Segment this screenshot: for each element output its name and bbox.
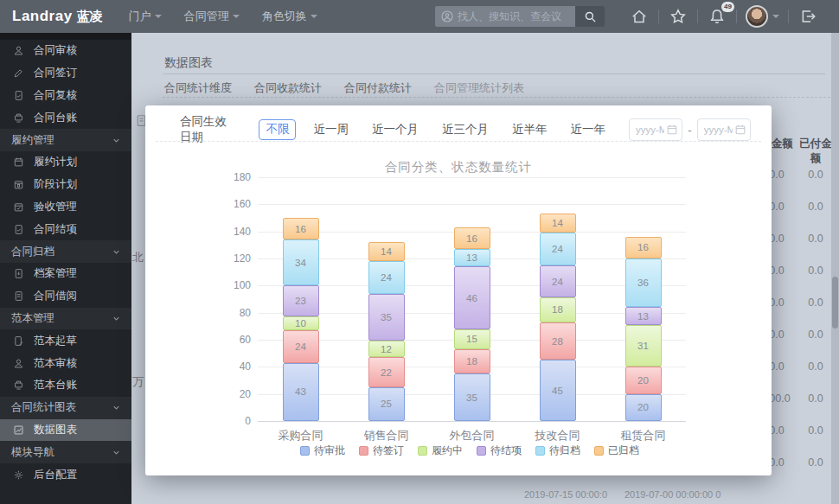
bar-2[interactable]: 161346151835 [454,227,490,421]
start-date-field[interactable] [629,118,682,141]
sidebar-item-label: 数据图表 [34,423,77,437]
filter-option-0[interactable]: 不限 [259,119,296,140]
end-date-field[interactable] [697,118,751,141]
bar-3[interactable]: 142424182845 [540,214,576,421]
legend-item-5[interactable]: 已归档 [594,443,639,458]
nav-item-2[interactable]: 角色切换 [262,9,317,24]
sidebar-item-18[interactable]: 数据图表 [0,419,131,442]
search-input[interactable] [435,6,575,27]
sidebar-item-6[interactable]: 履约计划 [0,151,131,174]
nav-item-1[interactable]: 合同管理 [184,9,240,24]
bar-segment[interactable]: 16 [454,227,490,249]
sidebar-group-19[interactable]: 模块导航 [0,441,131,463]
sidebar-item-20[interactable]: 后台配置 [0,463,131,486]
filter-option-2[interactable]: 近一个月 [372,122,419,137]
bar-segment[interactable]: 36 [625,258,662,307]
sidebar-item-2[interactable]: 合同签订 [0,62,131,85]
filter-option-4[interactable]: 近半年 [512,122,548,137]
legend-item-1[interactable]: 待签订 [359,443,404,458]
filter-option-5[interactable]: 近一年 [570,122,605,137]
sidebar-group-17[interactable]: 合同统计图表 [0,397,131,419]
bar-segment[interactable]: 14 [540,214,576,233]
sidebar-item-9[interactable]: 合同结项 [0,218,131,240]
doc-icon [13,290,24,302]
bar-segment[interactable]: 20 [625,367,662,393]
sidebar-item-3[interactable]: 合同复核 [0,85,131,107]
bar-segment[interactable]: 46 [454,266,490,329]
tab-0[interactable]: 合同统计维度 [164,80,232,96]
nav-item-0[interactable]: 门户 [129,9,162,24]
bar-segment-value: 16 [637,242,649,252]
doc-pen-icon [13,335,24,347]
sidebar-item-14[interactable]: 范本起草 [0,329,131,352]
sidebar-group-5[interactable]: 履约管理 [0,129,131,151]
vertical-scrollbar[interactable] [831,33,839,504]
bar-segment[interactable]: 34 [283,239,319,285]
legend-item-0[interactable]: 待审批 [300,443,345,458]
sidebar-item-15[interactable]: 范本审核 [0,352,131,374]
sidebar-group-label: 范本管理 [11,311,54,326]
sidebar-item-12[interactable]: 合同借阅 [0,285,131,308]
scrollbar-thumb[interactable] [832,277,838,329]
nav-item-label: 角色切换 [262,9,307,24]
bar-segment[interactable]: 23 [283,285,319,316]
bar-segment[interactable]: 24 [540,233,576,265]
bar-4[interactable]: 163613312020 [625,237,662,421]
bar-segment[interactable]: 13 [454,249,490,266]
user-menu[interactable] [746,5,779,28]
bar-segment[interactable]: 25 [368,387,405,421]
bar-segment[interactable]: 10 [283,316,319,330]
bar-segment[interactable]: 22 [368,357,405,387]
sidebar-item-16[interactable]: 范本台账 [0,374,131,397]
bar-segment[interactable]: 24 [540,265,576,298]
bar-segment-value: 14 [552,218,563,228]
bar-segment[interactable]: 35 [454,373,490,421]
bar-segment[interactable]: 45 [540,360,576,421]
favorite-star-icon[interactable] [669,8,687,25]
bar-1[interactable]: 142435122225 [368,242,405,421]
date-filter-options: 不限近一周近一个月近三个月近半年近一年 [259,119,629,140]
sidebar-group-10[interactable]: 合同归档 [0,240,131,263]
filter-option-3[interactable]: 近三个月 [442,122,489,137]
search-button[interactable] [575,6,605,27]
bar-segment[interactable]: 12 [368,341,405,357]
sidebar-item-11[interactable]: 档案管理 [0,263,131,285]
landray-logo[interactable]: Landray 蓝凌 [12,8,103,25]
sidebar-item-7[interactable]: 阶段计划 [0,174,131,196]
bar-segment[interactable]: 28 [540,322,576,360]
sidebar-item-partial[interactable] [0,33,131,40]
bar-segment[interactable]: 35 [368,294,405,341]
sidebar-group-13[interactable]: 范本管理 [0,308,131,330]
sidebar-item-4[interactable]: 合同台账 [0,106,131,129]
bar-segment[interactable]: 18 [454,349,490,373]
legend-item-2[interactable]: 履约中 [418,443,463,458]
bar-segment[interactable]: 16 [283,218,319,239]
bar-segment-value: 24 [295,341,306,352]
legend-swatch [594,446,604,456]
bar-segment[interactable]: 20 [625,394,662,421]
notifications-bell-icon[interactable]: 49 [708,8,726,25]
legend-item-3[interactable]: 待结项 [477,443,522,458]
filter-option-1[interactable]: 近一周 [313,122,349,137]
sidebar-item-8[interactable]: 验收管理 [0,196,131,219]
bar-segment[interactable]: 15 [454,329,490,350]
tab-3[interactable]: 合同管理统计列表 [434,80,524,96]
bar-segment[interactable]: 16 [625,237,662,258]
tab-1[interactable]: 合同收款统计 [254,80,322,96]
home-icon[interactable] [631,8,648,25]
bar-segment[interactable]: 24 [368,261,405,294]
bar-segment[interactable]: 43 [283,363,319,421]
sidebar-item-1[interactable]: 合同审核 [0,40,131,62]
bar-segment-value: 45 [552,386,563,396]
legend-item-4[interactable]: 待归档 [535,443,580,458]
legend-label: 已归档 [608,443,639,458]
bar-0[interactable]: 163423102443 [283,218,319,421]
top-bar-icons: 49 [620,5,827,28]
bar-segment[interactable]: 18 [540,297,576,322]
bar-segment[interactable]: 14 [368,242,405,261]
logout-icon[interactable] [799,8,817,25]
bar-segment[interactable]: 31 [625,325,662,367]
bar-segment[interactable]: 13 [625,307,662,324]
bar-segment[interactable]: 24 [283,330,319,363]
tab-2[interactable]: 合同付款统计 [344,80,412,96]
